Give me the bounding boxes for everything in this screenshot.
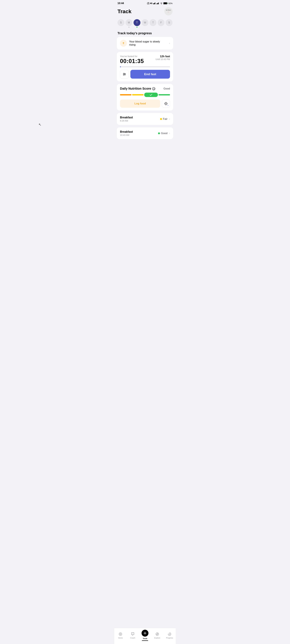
meal-card-1[interactable]: Breakfast 6:29 AM Fair ›: [117, 113, 173, 125]
avatar-button[interactable]: let them ♡: [164, 7, 172, 16]
svg-rect-10: [158, 3, 158, 4]
nutrition-seg-yellow: [132, 94, 144, 96]
fasting-card: You've fasted for 00:01:35 12h fast Unti…: [117, 52, 173, 82]
nav-item-home[interactable]: Home: [114, 632, 126, 639]
ai-star-icon: ✦: [167, 104, 168, 106]
svg-point-20: [124, 74, 125, 75]
svg-rect-9: [157, 3, 158, 4]
day-wednesday[interactable]: W: [142, 19, 148, 28]
day-thursday[interactable]: T: [150, 19, 156, 28]
coach-icon: [130, 632, 135, 636]
status-icons: 92%: [147, 2, 172, 4]
day-circle-tuesday: T: [134, 19, 140, 26]
page-title: Track: [118, 8, 132, 14]
nav-label-track: Track: [143, 638, 147, 640]
svg-point-1: [148, 3, 148, 4]
day-dot-friday: [160, 27, 162, 28]
day-circle-sunday: S: [118, 19, 124, 26]
meal-card-2[interactable]: Breakfast 10:43 AM Good ›: [117, 127, 173, 139]
meal-info-1: Breakfast 6:29 AM: [120, 116, 133, 122]
log-food-button[interactable]: Log food: [120, 100, 160, 108]
nav-label-progress: Progress: [166, 637, 173, 639]
section-title: Track today's progress: [114, 31, 176, 37]
day-dot-wednesday: [144, 27, 146, 28]
day-dot-monday: [128, 27, 130, 28]
nutrition-seg-green: [158, 94, 170, 96]
nav-label-home: Home: [118, 637, 123, 639]
svg-rect-7: [155, 2, 156, 4]
svg-rect-0: [147, 3, 150, 4]
meal-name-1: Breakfast: [120, 116, 133, 119]
fasting-top: You've fasted for 00:01:35 12h fast Unti…: [120, 55, 170, 66]
blood-sugar-text: Your blood sugar is slowly rising: [129, 40, 167, 46]
day-selector: S M T W T F S: [114, 18, 176, 31]
svg-rect-11: [158, 2, 159, 4]
nutrition-score: Good: [164, 87, 170, 90]
wifi-icon: [160, 2, 163, 4]
bottom-nav: Home Coach Track: [114, 628, 176, 644]
svg-point-37: [169, 634, 170, 634]
day-dot-thursday: [152, 27, 154, 28]
scan-icon: [164, 102, 168, 105]
svg-point-19: [124, 73, 124, 74]
meal-status-1: Fair ›: [160, 117, 170, 120]
day-sunday[interactable]: S: [118, 19, 124, 28]
status-time: 10:44: [118, 2, 124, 5]
sliders-icon: [123, 72, 126, 76]
day-circle-wednesday: W: [142, 19, 148, 26]
svg-point-29: [120, 634, 121, 634]
nav-item-coach[interactable]: Coach: [126, 632, 139, 639]
day-dot-tuesday: [136, 27, 138, 28]
battery-icon: [164, 2, 168, 4]
nutrition-seg-orange: [120, 94, 132, 96]
day-dot-saturday: [168, 27, 170, 28]
arrow-up-icon: [122, 42, 125, 45]
meal-time-1: 6:29 AM: [120, 120, 133, 122]
day-monday[interactable]: M: [126, 19, 132, 28]
fasting-settings-button[interactable]: [120, 70, 129, 78]
blood-sugar-card[interactable]: Your blood sugar is slowly rising ›: [117, 37, 173, 50]
day-saturday[interactable]: S: [166, 19, 172, 28]
signal-icon: [153, 2, 156, 4]
checkmark-icon: [150, 94, 152, 96]
end-fast-button[interactable]: End fast: [130, 70, 170, 78]
ai-scan-button[interactable]: ✦: [162, 100, 170, 108]
nutrition-header: Daily Nutrition Score i Good: [120, 87, 170, 90]
nutrition-card: Daily Nutrition Score i Good Log food: [117, 84, 173, 110]
nav-track-indicator: [142, 640, 148, 641]
plus-icon: [144, 632, 146, 635]
nutrition-info-button[interactable]: i: [152, 87, 155, 90]
nutrition-title-row: Daily Nutrition Score i: [120, 87, 155, 90]
day-tuesday[interactable]: T: [134, 19, 140, 28]
nav-item-explore[interactable]: Explore: [151, 632, 164, 639]
progress-icon: [167, 632, 172, 636]
blood-sugar-icon: [120, 40, 127, 47]
nutrition-seg-check: [144, 92, 158, 97]
meal-chevron-1: ›: [169, 117, 170, 120]
nav-label-explore: Explore: [154, 637, 160, 639]
day-friday[interactable]: F: [158, 19, 164, 28]
nav-item-progress[interactable]: Progress: [164, 632, 176, 639]
status-bar: 10:44 92%: [114, 0, 176, 6]
svg-rect-5: [154, 3, 154, 4]
meal-status-dot-2: [158, 132, 160, 134]
fasting-progress-fill: [120, 66, 121, 67]
day-circle-friday: F: [158, 19, 164, 26]
svg-rect-6: [154, 3, 155, 4]
nav-item-track[interactable]: Track: [139, 630, 151, 641]
svg-point-21: [124, 75, 124, 76]
battery-percent: 92%: [168, 2, 172, 4]
log-food-row: Log food ✦: [120, 100, 170, 108]
track-button[interactable]: [142, 630, 148, 636]
mute-icon: [150, 2, 152, 4]
signal2-icon: [156, 2, 159, 4]
fast-type: 12h fast: [156, 55, 170, 58]
day-circle-monday: M: [126, 19, 132, 26]
blood-sugar-chevron: ›: [169, 42, 170, 45]
day-dot-sunday: [120, 27, 122, 28]
meal-info-2: Breakfast 10:43 AM: [120, 130, 133, 136]
svg-point-31: [132, 634, 133, 634]
nutrition-bar: [120, 92, 170, 97]
explore-icon: [155, 632, 160, 636]
home-icon: [118, 632, 123, 636]
